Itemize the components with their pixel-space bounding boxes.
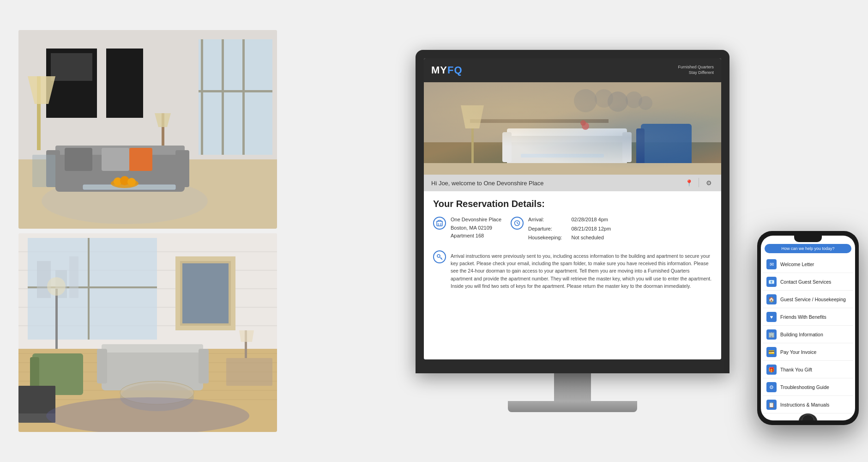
svg-point-79	[595, 89, 613, 108]
location-icon[interactable]: 📍	[684, 178, 694, 188]
phone-screen: How can we help you today? ✉ Welcome Let…	[761, 236, 855, 420]
svg-rect-88	[424, 163, 721, 175]
arrival-value: 02/28/2018 4pm	[571, 216, 611, 224]
property-details: One Devonshire Place Boston, MA 02109 Ap…	[451, 216, 501, 240]
welcome-text: Hi Joe, welcome to One Devonshire Place	[431, 180, 544, 187]
phone-home-button[interactable]	[799, 413, 817, 420]
main-container: MYFQ Furnished Quarters Stay Different	[0, 0, 868, 462]
monitor-wrapper: MYFQ Furnished Quarters Stay Different	[416, 50, 729, 412]
svg-rect-5	[242, 39, 245, 155]
svg-point-95	[437, 255, 440, 257]
svg-rect-16	[65, 148, 92, 171]
welcome-letter-label: Welcome Letter	[780, 261, 814, 267]
svg-rect-24	[32, 155, 55, 187]
departure-value: 08/21/2018 12pm	[571, 225, 611, 233]
svg-point-86	[582, 122, 589, 130]
monitor-base	[508, 401, 637, 412]
svg-rect-76	[641, 124, 692, 170]
departure-label: Departure:	[528, 225, 562, 233]
menu-item-manuals[interactable]: 📋 Instructions & Manuals	[763, 396, 853, 413]
svg-rect-77	[636, 128, 645, 165]
svg-rect-9	[106, 49, 143, 118]
svg-rect-73	[507, 128, 627, 136]
housekeeping-label: Housekeeping:	[528, 234, 562, 242]
svg-point-87	[580, 120, 586, 126]
menu-item-troubleshooting[interactable]: ⚙ Troubleshooting Guide	[763, 379, 853, 396]
svg-rect-91	[440, 223, 441, 226]
svg-rect-53	[102, 344, 203, 353]
housekeeping-label: Guest Service / Housekeeping	[780, 297, 846, 302]
troubleshooting-icon: ⚙	[766, 382, 777, 392]
svg-rect-68	[424, 82, 721, 175]
building-info-label: Building Information	[780, 332, 823, 337]
property-icon	[433, 217, 446, 230]
menu-item-thank-you[interactable]: 🎁 Thank You Gift	[763, 361, 853, 378]
menu-item-building-info[interactable]: 🏢 Building Information	[763, 326, 853, 343]
menu-item-contact-guest[interactable]: 📧 Contact Guest Services	[763, 274, 853, 291]
phone-notch	[794, 236, 822, 242]
thank-you-label: Thank You Gift	[780, 367, 812, 372]
contact-guest-icon: 📧	[766, 277, 777, 287]
date-info-item: Arrival: 02/28/2018 4pm Departure: 08/21…	[511, 216, 611, 242]
phone-wrapper: How can we help you today? ✉ Welcome Let…	[757, 231, 859, 425]
phone-menu: ✉ Welcome Letter 📧 Contact Guest Service…	[761, 256, 855, 413]
reservation-grid: One Devonshire Place Boston, MA 02109 Ap…	[433, 216, 712, 242]
svg-rect-89	[437, 221, 442, 226]
reservation-title: Your Reservation Details:	[433, 199, 712, 209]
svg-point-78	[574, 89, 597, 112]
svg-line-94	[517, 223, 518, 224]
svg-rect-39	[37, 261, 51, 298]
svg-rect-18	[129, 148, 152, 171]
menu-item-welcome-letter[interactable]: ✉ Welcome Letter	[763, 256, 853, 273]
svg-rect-90	[438, 223, 439, 226]
svg-rect-37	[88, 238, 90, 340]
svg-rect-8	[51, 53, 92, 81]
svg-rect-63	[18, 386, 55, 413]
manuals-icon: 📋	[766, 400, 777, 410]
svg-point-82	[639, 96, 652, 110]
svg-rect-83	[521, 154, 604, 158]
svg-rect-71	[470, 119, 609, 123]
monitor-screen: MYFQ Furnished Quarters Stay Different	[424, 58, 721, 359]
right-section: MYFQ Furnished Quarters Stay Different	[277, 9, 850, 453]
phone-home-inner	[802, 414, 814, 420]
svg-rect-74	[502, 132, 512, 162]
svg-point-81	[626, 91, 642, 108]
building-info-icon: 🏢	[766, 329, 777, 340]
svg-rect-65	[226, 358, 272, 386]
menu-item-friends[interactable]: ♥ Friends With Benefits	[763, 309, 853, 326]
svg-rect-55	[199, 349, 209, 383]
room-photo-banner	[424, 82, 721, 175]
phone: How can we help you today? ✉ Welcome Let…	[757, 231, 859, 425]
svg-rect-69	[424, 82, 721, 175]
manuals-label: Instructions & Manuals	[780, 402, 829, 407]
svg-rect-72	[507, 128, 627, 165]
welcome-icons: 📍 ⚙	[684, 178, 714, 188]
settings-icon[interactable]: ⚙	[704, 178, 714, 188]
invoice-label: Pay Your Invoice	[780, 349, 816, 355]
svg-rect-15	[175, 150, 189, 187]
photo-top	[18, 30, 277, 229]
divider	[699, 178, 699, 187]
fq-tagline: Furnished Quarters Stay Different	[678, 65, 714, 75]
svg-rect-60	[55, 289, 58, 349]
screen-body: Your Reservation Details:	[424, 191, 721, 359]
troubleshooting-label: Troubleshooting Guide	[780, 384, 829, 390]
svg-point-80	[608, 91, 628, 112]
logo-fq: FQ	[447, 64, 463, 76]
welcome-bar: Hi Joe, welcome to One Devonshire Place …	[424, 175, 721, 191]
photo-bottom	[18, 233, 277, 432]
menu-item-invoice[interactable]: 💳 Pay Your Invoice	[763, 344, 853, 361]
clock-icon	[511, 217, 524, 230]
monitor: MYFQ Furnished Quarters Stay Different	[416, 50, 729, 373]
menu-item-housekeeping[interactable]: 🏠 Guest Service / Housekeeping	[763, 291, 853, 308]
svg-rect-6	[199, 90, 272, 92]
app-logo: MYFQ	[431, 64, 463, 76]
svg-rect-4	[222, 39, 224, 155]
svg-rect-70	[424, 82, 721, 142]
arrival-section: Arrival instructions were previously sen…	[433, 249, 712, 290]
arrival-text: Arrival instructions were previously sen…	[451, 252, 712, 290]
screen-header: MYFQ Furnished Quarters Stay Different	[424, 58, 721, 82]
welcome-letter-icon: ✉	[766, 259, 777, 269]
svg-point-23	[127, 178, 136, 186]
